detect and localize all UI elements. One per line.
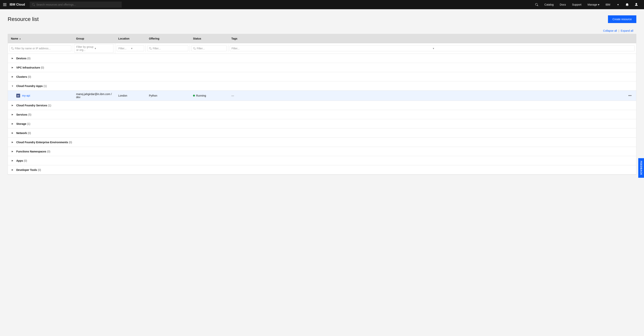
col-group: Group xyxy=(73,35,115,42)
group-row-devices[interactable]: ▶ Devices (0) xyxy=(8,54,636,63)
chevron-down-icon: ▼ xyxy=(11,85,14,87)
filter-search-icon xyxy=(11,47,14,50)
group-row-cloud-foundry-services[interactable]: ▶ Cloud Foundry Services (1) xyxy=(8,101,636,110)
filter-name-input-wrapper xyxy=(10,46,71,51)
sort-asc-icon: ▲ xyxy=(19,38,21,40)
group-count: (1) xyxy=(48,104,51,107)
overflow-menu-button[interactable]: ••• xyxy=(627,93,633,98)
filter-group-cell: Filter by group or org... ▾ xyxy=(73,43,115,54)
status-label: Running xyxy=(196,94,206,97)
resource-table: Name ▲ Group Location Offering Status Ta… xyxy=(8,34,636,175)
group-name: Cloud Foundry Enterprise Environments xyxy=(16,141,68,144)
group-count: (5) xyxy=(28,113,32,116)
group-name: Storage xyxy=(16,122,26,125)
group-row-clusters[interactable]: ▶ Clusters (0) xyxy=(8,72,636,81)
filter-tags-select[interactable]: Filter... ▾ xyxy=(230,46,634,51)
chevron-right-icon: ▶ xyxy=(11,169,14,171)
group-row-vpc[interactable]: ▶ VPC Infrastructure (0) xyxy=(8,63,636,72)
group-name: Developer Tools xyxy=(16,169,37,172)
feedback-tab[interactable]: FEEDBACK xyxy=(638,158,644,178)
group-count: (0) xyxy=(47,150,50,153)
status-running: Running xyxy=(193,94,225,97)
nav-manage[interactable]: Manage ▾ xyxy=(584,0,602,9)
group-row-functions[interactable]: ▶ Functions Namespaces (0) xyxy=(8,147,636,156)
group-name: Apps xyxy=(16,159,23,162)
global-search xyxy=(30,2,122,8)
filter-status-cell xyxy=(190,45,228,52)
filter-group-select[interactable]: Filter by group or org... ▾ xyxy=(74,44,114,53)
group-name: Functions Namespaces xyxy=(16,150,46,153)
item-offering-cell: Python xyxy=(146,92,190,99)
filter-offering-input[interactable] xyxy=(153,47,186,50)
top-nav: IBM Cloud Catalog Docs Support Manage ▾ … xyxy=(0,0,644,9)
status-dot-running xyxy=(193,95,195,97)
brand-logo[interactable]: IBM Cloud xyxy=(9,3,30,6)
group-row-services[interactable]: ▶ Services (5) xyxy=(8,110,636,119)
group-name: VPC Infrastructure xyxy=(16,66,40,69)
col-name[interactable]: Name ▲ xyxy=(8,35,73,42)
item-location-cell: London xyxy=(115,92,146,99)
filter-name-input[interactable] xyxy=(15,47,70,50)
svg-rect-1 xyxy=(3,5,6,5)
nav-docs[interactable]: Docs xyxy=(557,0,569,9)
group-name: Cloud Foundry Services xyxy=(16,104,47,107)
expand-all-link[interactable]: Expand all xyxy=(621,29,633,32)
col-location: Location xyxy=(115,35,146,42)
filter-status-input[interactable] xyxy=(197,47,225,50)
item-tags-dash: — xyxy=(231,94,234,97)
search-icon xyxy=(32,3,35,6)
chevron-right-icon: ▶ xyxy=(11,141,14,143)
search-input[interactable] xyxy=(36,3,120,6)
filter-offering-cell xyxy=(146,45,190,52)
group-name: Services xyxy=(16,113,28,116)
svg-rect-0 xyxy=(3,3,6,4)
chevron-right-icon: ▶ xyxy=(11,104,14,107)
nav-ibm[interactable]: IBM xyxy=(602,0,613,9)
col-status: Status xyxy=(190,35,228,42)
col-tags: Tags xyxy=(228,35,636,42)
chevron-right-icon: ▶ xyxy=(11,75,14,78)
filter-location-cell: Filter... ▾ xyxy=(115,45,146,52)
group-name: Cloud Foundry Apps xyxy=(16,84,43,88)
group-row-developer-tools[interactable]: ▶ Developer Tools (0) xyxy=(8,165,636,175)
filter-offering-search-icon xyxy=(149,47,152,50)
group-count: (0) xyxy=(28,131,31,135)
group-row-storage[interactable]: ▶ Storage (1) xyxy=(8,119,636,128)
svg-rect-2 xyxy=(3,6,6,6)
filter-location-select[interactable]: Filter... ▾ xyxy=(117,46,144,51)
group-row-apps[interactable]: ▶ Apps (0) xyxy=(8,156,636,165)
notifications-icon[interactable] xyxy=(622,0,632,9)
group-count: (0) xyxy=(41,66,44,69)
user-icon[interactable] xyxy=(632,0,641,9)
group-name: Network xyxy=(16,131,27,135)
group-count: (0) xyxy=(24,159,27,162)
filter-status-search-icon xyxy=(193,47,196,50)
collapse-expand-controls: Collapse all | Expand all xyxy=(8,28,636,34)
nav-links: Catalog Docs Support Manage ▾ IBM ▾ xyxy=(532,0,641,9)
chevron-right-icon: ▶ xyxy=(11,159,14,162)
chevron-down-icon: ▾ xyxy=(131,47,142,50)
separator: | xyxy=(618,29,619,32)
chevron-right-icon: ▶ xyxy=(11,113,14,116)
group-name: Devices xyxy=(16,57,26,60)
group-count: (0) xyxy=(27,57,30,60)
chevron-right-icon: ▶ xyxy=(11,57,14,60)
search-nav-icon[interactable] xyxy=(532,0,541,9)
chevron-right-icon: ▶ xyxy=(11,122,14,125)
nav-support[interactable]: Support xyxy=(569,0,584,9)
group-count: (0) xyxy=(28,75,31,78)
create-resource-button[interactable]: Create resource xyxy=(608,15,636,23)
chevron-down-icon: ▾ xyxy=(95,47,112,50)
nav-dropdown-icon[interactable]: ▾ xyxy=(613,0,622,9)
group-row-network[interactable]: ▶ Network (0) xyxy=(8,128,636,138)
group-row-cloud-foundry-apps[interactable]: ▼ Cloud Foundry Apps (1) xyxy=(8,81,636,91)
item-tags-overflow-cell: — ••• xyxy=(228,91,636,100)
resource-item-my-api: py my-api manoj.jahgirdar@in.ibm.com / d… xyxy=(8,91,636,101)
item-name-link[interactable]: my-api xyxy=(22,94,30,97)
group-row-cfee[interactable]: ▶ Cloud Foundry Enterprise Environments … xyxy=(8,138,636,147)
filter-name-cell xyxy=(8,45,73,52)
collapse-all-link[interactable]: Collapse all xyxy=(603,29,617,32)
nav-catalog[interactable]: Catalog xyxy=(541,0,556,9)
hamburger-menu[interactable] xyxy=(3,3,9,6)
item-name-cell: py my-api xyxy=(8,92,73,99)
